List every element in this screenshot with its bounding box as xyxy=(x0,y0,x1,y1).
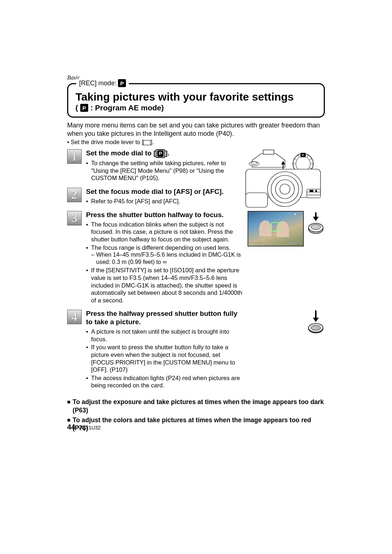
steps-1-2-row: 1 Set the mode dial to [P]. To change th… xyxy=(67,149,325,211)
full-press-icon xyxy=(307,310,325,335)
svg-point-1 xyxy=(296,156,310,171)
p-mode-icon: P xyxy=(80,104,88,112)
step-number: 2 xyxy=(67,188,82,202)
step-number: 3 xyxy=(67,211,82,225)
step-4-bullet: The access indication lights (P24) red w… xyxy=(91,374,244,389)
svg-rect-27 xyxy=(315,190,317,192)
step-1-title-a: Set the mode dial to [ xyxy=(86,149,156,157)
step-3-illustration: ■ ▯ 8 P 4.0 30 ISO100 +0 xyxy=(248,211,325,247)
rec-mode-tab: [REC] mode: P xyxy=(76,79,129,87)
page-footer: 44 VQT1U32 xyxy=(67,423,101,431)
doc-code: VQT1U32 xyxy=(78,425,101,431)
step-3-sub-bullet: When 14–45 mm/F3.5–5.6 lens included in … xyxy=(96,251,243,266)
intro-bullet: • Set the drive mode lever to []. xyxy=(67,139,325,146)
step-3: 3 Press the shutter button halfway to fo… xyxy=(67,211,243,305)
lcd-osd-top: ■ ▯ 8 xyxy=(294,212,302,216)
page-title: Taking pictures with your favorite setti… xyxy=(75,91,317,103)
camera-top-illustration: P xyxy=(241,149,325,211)
step-3-title: Press the shutter button halfway to focu… xyxy=(86,211,243,219)
tail-note: To adjust the exposure and take pictures… xyxy=(73,398,325,415)
step-4-bullet: If you want to press the shutter button … xyxy=(91,343,244,374)
p-mode-icon: P xyxy=(118,79,126,87)
step-3-bullet: The focus range is different depending o… xyxy=(91,244,243,266)
p-mode-icon-boxed: P xyxy=(156,149,165,158)
svg-point-16 xyxy=(251,162,257,164)
single-drive-icon xyxy=(143,140,151,145)
step-4-title: Press the halfway pressed shutter button… xyxy=(86,310,244,326)
svg-point-22 xyxy=(280,184,290,194)
step-2-bullet: Refer to P45 for [AFS] and [AFC]. xyxy=(91,197,237,205)
step-2: 2 Set the focus mode dial to [AFS] or [A… xyxy=(67,188,237,205)
step-4-illustration xyxy=(249,310,325,335)
step-1-title-b: ]. xyxy=(165,149,170,157)
page-number: 44 xyxy=(67,423,75,431)
svg-marker-36 xyxy=(313,318,319,322)
step-2-title: Set the focus mode dial to [AFS] or [AFC… xyxy=(86,188,237,196)
step-3-bullet-text: The focus range is different depending o… xyxy=(91,244,230,251)
svg-rect-23 xyxy=(307,189,320,198)
lcd-preview: ■ ▯ 8 P 4.0 30 ISO100 +0 xyxy=(248,211,304,247)
title-box: [REC] mode: P Taking pictures with your … xyxy=(67,83,325,118)
intro-bullet-suffix: ]. xyxy=(151,139,154,145)
lcd-osd-bot-right: ISO100 +0 xyxy=(286,241,302,245)
step-3-bullet: The focus indication blinks when the sub… xyxy=(91,221,243,243)
step-4-row: 4 Press the halfway pressed shutter butt… xyxy=(67,310,325,395)
intro-bullet-text: Set the drive mode lever to [ xyxy=(71,139,143,145)
step-1: 1 Set the mode dial to [P]. To change th… xyxy=(67,149,237,183)
subtitle-prefix: ( xyxy=(75,103,78,112)
af-frame-icon xyxy=(271,222,281,232)
svg-text:P: P xyxy=(302,154,304,157)
subtitle-suffix: : Program AE mode) xyxy=(90,103,164,112)
step-4: 4 Press the halfway pressed shutter butt… xyxy=(67,310,244,390)
square-bullet-icon: ■ xyxy=(67,398,70,415)
tail-note: To adjust the colors and take pictures a… xyxy=(73,416,325,433)
svg-marker-31 xyxy=(313,217,319,221)
svg-point-34 xyxy=(311,224,320,229)
step-number: 1 xyxy=(67,149,82,164)
lcd-osd-bot-left: P 4.0 30 xyxy=(250,241,262,245)
step-1-bullet: To change the setting while taking pictu… xyxy=(91,159,237,182)
step-1-title: Set the mode dial to [P]. xyxy=(86,149,237,158)
svg-point-39 xyxy=(311,325,320,330)
half-press-icon xyxy=(307,211,325,236)
tail-notes: ■To adjust the exposure and take picture… xyxy=(67,398,325,432)
step-3-bullet: If the [SENSITIVITY] is set to [ISO100] … xyxy=(91,266,243,304)
step-number: 4 xyxy=(67,310,82,324)
page-content: Basic [REC] mode: P Taking pictures with… xyxy=(67,74,325,434)
intro-text: Many more menu items can be set and you … xyxy=(67,121,325,138)
rec-mode-label: [REC] mode: xyxy=(79,80,117,87)
step-3-row: 3 Press the shutter button halfway to fo… xyxy=(67,211,325,310)
p-mode-icon: P xyxy=(157,150,164,157)
page-subtitle: ( P : Program AE mode) xyxy=(75,103,317,112)
svg-rect-18 xyxy=(246,193,268,207)
svg-rect-26 xyxy=(310,190,313,192)
svg-rect-14 xyxy=(263,150,274,154)
step-4-bullet: A picture is not taken until the subject… xyxy=(91,328,244,343)
